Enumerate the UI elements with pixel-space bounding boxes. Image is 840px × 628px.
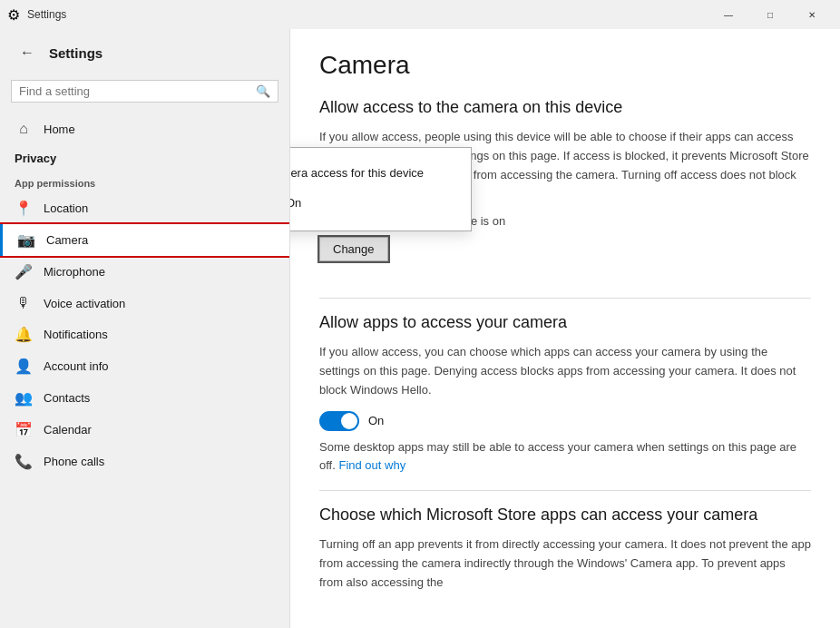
settings-icon: ⚙	[7, 6, 20, 24]
voice-activation-icon: 🎙	[15, 295, 33, 311]
home-label: Home	[44, 123, 75, 136]
titlebar-title: Settings	[27, 8, 66, 21]
calendar-icon: 📅	[15, 421, 33, 438]
sidebar-item-microphone[interactable]: 🎤 Microphone	[0, 256, 289, 288]
section2-description: If you allow access, you can choose whic…	[319, 343, 811, 399]
main-content: Camera access for this device On Camera …	[290, 29, 840, 628]
account-info-label: Account info	[44, 359, 109, 373]
section3-description: Turning off an app prevents it from dire…	[319, 535, 811, 592]
app-permissions-label: App permissions	[0, 169, 289, 192]
camera-label: Camera	[46, 233, 88, 247]
sidebar-item-contacts[interactable]: 👥 Contacts	[0, 382, 289, 414]
camera-access-popup: Camera access for this device On	[290, 147, 472, 231]
home-icon: ⌂	[15, 121, 33, 137]
apps-camera-toggle-label: On	[368, 414, 384, 427]
popup-title: Camera access for this device	[290, 166, 453, 180]
minimize-button[interactable]: —	[708, 0, 749, 29]
camera-icon: 📷	[17, 231, 35, 249]
phone-calls-label: Phone calls	[44, 455, 104, 468]
apps-camera-toggle-row: On	[319, 411, 811, 431]
search-box: 🔍	[11, 80, 278, 103]
account-info-icon: 👤	[15, 358, 33, 375]
sidebar-item-location[interactable]: 📍 Location	[0, 192, 289, 224]
popup-toggle-row: On	[290, 192, 453, 212]
section1-heading: Allow access to the camera on this devic…	[319, 98, 811, 117]
search-input[interactable]	[19, 84, 250, 98]
apps-camera-toggle[interactable]	[319, 411, 359, 431]
microphone-icon: 🎤	[15, 263, 33, 280]
notifications-label: Notifications	[44, 328, 108, 341]
some-desktop-text: Some desktop apps may still be able to a…	[319, 438, 811, 476]
sidebar: ← Settings 🔍 ⌂ Home Privacy App permissi…	[0, 29, 290, 628]
divider-2	[319, 490, 811, 491]
back-button[interactable]: ←	[15, 40, 40, 65]
sidebar-item-account-info[interactable]: 👤 Account info	[0, 350, 289, 382]
window-controls: — □ ✕	[708, 0, 833, 29]
sidebar-item-notifications[interactable]: 🔔 Notifications	[0, 319, 289, 350]
privacy-label: Privacy	[0, 144, 289, 169]
location-label: Location	[44, 201, 88, 215]
notifications-icon: 🔔	[15, 326, 33, 343]
sidebar-item-home[interactable]: ⌂ Home	[0, 113, 289, 144]
close-button[interactable]: ✕	[791, 0, 833, 29]
titlebar: ⚙ Settings — □ ✕	[0, 0, 840, 29]
sidebar-item-voice-activation[interactable]: 🎙 Voice activation	[0, 288, 289, 319]
find-out-why-link[interactable]: Find out why	[338, 458, 405, 472]
section2-heading: Allow apps to access your camera	[319, 313, 811, 332]
sidebar-app-title: Settings	[49, 45, 103, 61]
calendar-label: Calendar	[44, 423, 92, 437]
divider-1	[319, 298, 811, 299]
location-icon: 📍	[15, 200, 33, 217]
voice-activation-label: Voice activation	[44, 297, 125, 310]
sidebar-item-phone-calls[interactable]: 📞 Phone calls	[0, 446, 289, 477]
phone-calls-icon: 📞	[15, 453, 33, 470]
contacts-icon: 👥	[15, 389, 33, 407]
sidebar-header: ← Settings	[0, 29, 289, 76]
change-button[interactable]: Change	[319, 237, 388, 261]
sidebar-item-calendar[interactable]: 📅 Calendar	[0, 414, 289, 446]
maximize-button[interactable]: □	[749, 0, 791, 29]
popup-toggle-label: On	[290, 196, 301, 210]
search-icon[interactable]: 🔍	[256, 84, 270, 98]
microphone-label: Microphone	[44, 265, 105, 279]
contacts-label: Contacts	[44, 391, 90, 405]
app-container: ← Settings 🔍 ⌂ Home Privacy App permissi…	[0, 29, 840, 628]
page-title: Camera	[319, 51, 811, 80]
section3-heading: Choose which Microsoft Store apps can ac…	[319, 505, 811, 525]
sidebar-item-camera[interactable]: 📷 Camera	[0, 224, 289, 256]
